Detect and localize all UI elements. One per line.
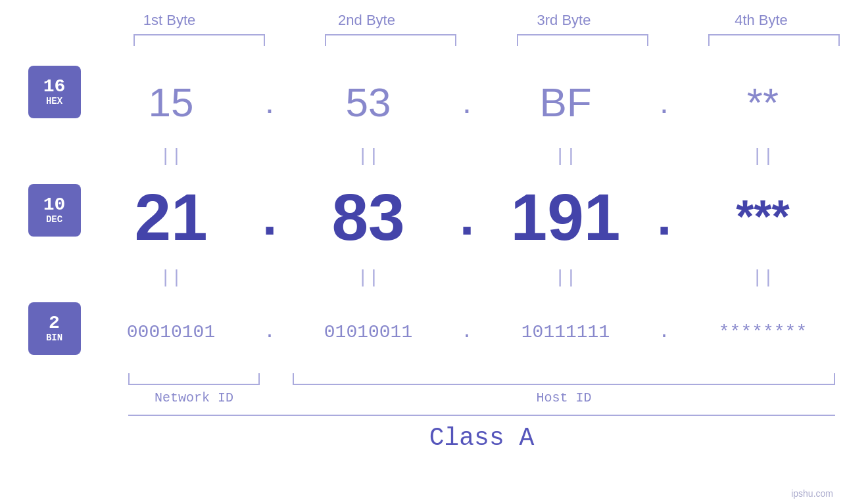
hex-dot-2: .	[450, 83, 483, 121]
byte2-label: 2nd Byte	[285, 12, 449, 29]
watermark: ipshu.com	[791, 488, 833, 499]
dec-badge-number: 10	[43, 196, 66, 214]
bin-dot-3: .	[648, 321, 681, 343]
bracket-host-id	[293, 373, 835, 385]
eq2-b1: ||	[89, 267, 253, 288]
bin-dot-2: .	[450, 321, 483, 343]
hex-b3: BF	[483, 79, 648, 126]
dec-dot-1: .	[253, 187, 286, 247]
class-bracket-line	[128, 415, 835, 416]
dec-badge-label: DEC	[46, 214, 62, 225]
eq1-b1: ||	[89, 146, 253, 166]
eq1-b4: ||	[681, 146, 845, 166]
bracket-top-4	[708, 34, 840, 46]
bracket-top-2	[325, 34, 456, 46]
bottom-section: Network ID Host ID	[0, 373, 845, 405]
eq1-b3: ||	[483, 146, 648, 166]
bracket-network-id	[128, 373, 260, 385]
id-labels: Network ID Host ID	[128, 390, 835, 405]
values-grid: 15 . 53 . BF . **	[89, 66, 845, 368]
byte-headers: 1st Byte 2nd Byte 3rd Byte 4th Byte	[71, 12, 846, 29]
bin-badge-label: BIN	[46, 332, 62, 344]
hex-b1: 15	[89, 79, 253, 126]
dec-dot-3: .	[648, 187, 681, 247]
equals-row-1: || || || ||	[89, 138, 845, 174]
bin-b3: 10111111	[483, 322, 648, 342]
byte4-label: 4th Byte	[679, 12, 844, 29]
eq1-b2: ||	[286, 146, 450, 166]
byte1-label: 1st Byte	[87, 12, 252, 29]
bin-badge-number: 2	[49, 314, 60, 332]
bottom-brackets	[128, 373, 835, 385]
class-section: Class A	[0, 415, 845, 452]
byte3-label: 3rd Byte	[482, 12, 646, 29]
bin-dot-1: .	[253, 321, 286, 343]
bracket-top-1	[133, 34, 265, 46]
dec-row: 21 . 83 . 191 . ***	[89, 174, 845, 260]
class-label-row: Class A	[128, 424, 835, 452]
bin-b4: ********	[681, 322, 845, 342]
hex-badge-label: HEX	[46, 96, 62, 107]
hex-b4: **	[681, 79, 845, 126]
dec-b1: 21	[89, 179, 253, 255]
dec-b2: 83	[286, 179, 450, 255]
hex-dot-1: .	[253, 83, 286, 121]
dec-b4: ***	[681, 191, 845, 243]
bin-b1: 00010101	[89, 322, 253, 342]
dec-badge: 10 DEC	[28, 184, 81, 237]
eq2-b3: ||	[483, 267, 648, 288]
hex-badge: 16 HEX	[28, 66, 81, 118]
bracket-top-3	[517, 34, 648, 46]
host-id-label: Host ID	[293, 390, 835, 405]
badges-column: 16 HEX 10 DEC 2 BIN	[0, 66, 89, 355]
main-container: 1st Byte 2nd Byte 3rd Byte 4th Byte 16 H…	[0, 0, 845, 504]
content-area: 16 HEX 10 DEC 2 BIN 15 .	[0, 66, 845, 368]
eq2-b2: ||	[286, 267, 450, 288]
dec-b3: 191	[483, 179, 648, 255]
bin-b2: 01010011	[286, 322, 450, 342]
network-id-label: Network ID	[128, 390, 260, 405]
eq2-b4: ||	[681, 267, 845, 288]
hex-row: 15 . 53 . BF . **	[89, 66, 845, 138]
hex-b2: 53	[286, 79, 450, 126]
equals-row-2: || || || ||	[89, 260, 845, 296]
bin-badge: 2 BIN	[28, 302, 81, 355]
dec-dot-2: .	[450, 187, 483, 247]
class-label: Class A	[429, 424, 535, 452]
hex-badge-number: 16	[43, 78, 66, 96]
bin-row: 00010101 . 01010011 . 10111111 .	[89, 296, 845, 368]
hex-dot-3: .	[648, 83, 681, 121]
top-brackets	[133, 34, 840, 46]
